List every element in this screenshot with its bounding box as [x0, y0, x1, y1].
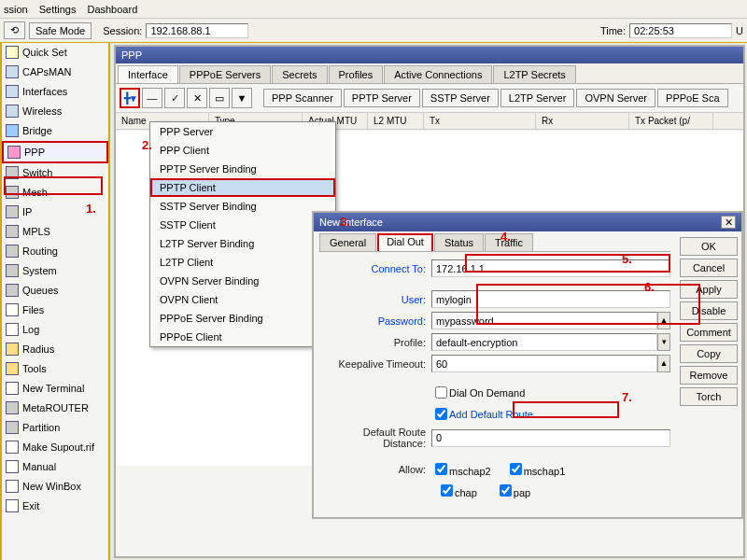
sidebar-item-ip[interactable]: IP — [2, 203, 108, 222]
sidebar-item-label: MetaROUTER — [22, 402, 89, 413]
dropdown-item-ovpn-server-binding[interactable]: OVPN Server Binding — [150, 272, 335, 290]
sidebar-item-make-supout-rif[interactable]: Make Supout.rif — [2, 438, 108, 457]
sidebar-item-capsman[interactable]: CAPsMAN — [2, 63, 108, 82]
button-pppoe-sca[interactable]: PPPoE Sca — [657, 89, 727, 107]
profile-dropdown-icon[interactable]: ▾ — [657, 333, 670, 351]
column-header[interactable]: Tx Packet (p/ — [629, 113, 713, 129]
column-header[interactable]: L2 MTU — [368, 113, 424, 129]
sidebar-item-mesh[interactable]: Mesh — [2, 183, 108, 203]
dropdown-item-ovpn-client[interactable]: OVPN Client — [150, 290, 335, 309]
filter-button[interactable]: ▼ — [232, 88, 252, 108]
sidebar-item-new-winbox[interactable]: New WinBox — [2, 477, 108, 497]
dialog-button-cancel[interactable]: Cancel — [680, 259, 738, 277]
undo-button[interactable]: ⟲ — [4, 21, 25, 39]
dropdown-item-pptp-client[interactable]: PPTP Client — [150, 178, 335, 197]
password-input[interactable] — [431, 312, 657, 329]
allow-chap[interactable]: chap — [437, 482, 477, 499]
dropdown-item-l2tp-server-binding[interactable]: L2TP Server Binding — [150, 234, 335, 253]
dropdown-item-l2tp-client[interactable]: L2TP Client — [150, 253, 335, 272]
dial-on-demand-checkbox[interactable] — [435, 386, 447, 399]
safe-mode-button[interactable]: Safe Mode — [29, 22, 92, 39]
sidebar-item-interfaces[interactable]: Interfaces — [2, 82, 108, 102]
ppp-tab-profiles[interactable]: Profiles — [329, 65, 384, 83]
dialog-button-remove[interactable]: Remove — [680, 366, 738, 385]
sidebar-icon — [6, 166, 19, 179]
sidebar-item-log[interactable]: Log — [2, 320, 108, 340]
sidebar-item-routing[interactable]: Routing — [2, 242, 108, 261]
sidebar-item-queues[interactable]: Queues — [2, 281, 108, 301]
dialog-button-torch[interactable]: Torch — [680, 387, 738, 406]
dropdown-item-pptp-server-binding[interactable]: PPTP Server Binding — [150, 160, 335, 178]
connect-to-input[interactable] — [431, 259, 670, 277]
button-l2tp-server[interactable]: L2TP Server — [500, 89, 575, 107]
sidebar-item-radius[interactable]: Radius — [2, 340, 108, 359]
dropdown-item-ppp-server[interactable]: PPP Server — [150, 122, 335, 141]
sidebar-icon — [6, 343, 19, 356]
dialog-button-apply[interactable]: Apply — [680, 280, 738, 299]
dialog-button-disable[interactable]: Disable — [680, 301, 738, 320]
dropdown-item-sstp-server-binding[interactable]: SSTP Server Binding — [150, 197, 335, 216]
dialog-button-ok[interactable]: OK — [680, 237, 738, 256]
sidebar-item-switch[interactable]: Switch — [2, 163, 108, 183]
button-ppp-scanner[interactable]: PPP Scanner — [263, 89, 342, 107]
menu-dashboard[interactable]: Dashboard — [87, 4, 137, 15]
sidebar-item-ppp[interactable]: PPP — [2, 141, 108, 163]
sidebar-item-tools[interactable]: Tools — [2, 359, 108, 379]
sidebar-item-manual[interactable]: Manual — [2, 457, 108, 477]
sidebar-item-system[interactable]: System — [2, 261, 108, 281]
ppp-tab-interface[interactable]: Interface — [118, 65, 178, 83]
dialog-tab-general[interactable]: General — [319, 233, 376, 251]
comment-button[interactable]: ▭ — [209, 88, 230, 108]
allow-mschap1[interactable]: mschap1 — [506, 460, 566, 478]
ppp-tab-l2tp-secrets[interactable]: L2TP Secrets — [493, 65, 575, 83]
add-dropdown: PPP ServerPPP ClientPPTP Server BindingP… — [149, 121, 336, 347]
keepalive-input[interactable] — [431, 355, 657, 372]
dropdown-item-pppoe-server-binding[interactable]: PPPoE Server Binding — [150, 309, 335, 328]
dialog-button-copy[interactable]: Copy — [680, 344, 738, 363]
sidebar-item-quick-set[interactable]: Quick Set — [2, 43, 108, 63]
default-route-distance-input[interactable] — [431, 429, 670, 447]
add-button[interactable]: ╋▾ — [120, 88, 140, 108]
user-input[interactable] — [431, 290, 670, 308]
menu-session[interactable]: ssion — [4, 4, 28, 15]
dialog-button-comment[interactable]: Comment — [680, 323, 738, 342]
disable-button[interactable]: ✕ — [187, 88, 207, 108]
sidebar-item-new-terminal[interactable]: New Terminal — [2, 379, 108, 399]
profile-select[interactable] — [431, 333, 657, 351]
column-header[interactable]: Rx — [536, 113, 629, 129]
button-sstp-server[interactable]: SSTP Server — [422, 89, 499, 107]
sidebar-icon — [6, 205, 19, 218]
dropdown-item-pppoe-client[interactable]: PPPoE Client — [150, 328, 335, 346]
dropdown-item-ppp-client[interactable]: PPP Client — [150, 141, 335, 160]
sidebar-item-files[interactable]: Files — [2, 301, 108, 320]
ppp-tab-secrets[interactable]: Secrets — [272, 65, 327, 83]
add-default-route-checkbox[interactable] — [435, 408, 447, 420]
sidebar-item-mpls[interactable]: MPLS — [2, 222, 108, 242]
remove-button[interactable]: — — [142, 88, 162, 108]
button-ovpn-server[interactable]: OVPN Server — [576, 89, 655, 107]
sidebar-item-bridge[interactable]: Bridge — [2, 121, 108, 141]
column-header[interactable]: Tx — [424, 113, 536, 129]
dialog-tab-status[interactable]: Status — [434, 233, 484, 251]
sidebar-item-label: Tools — [22, 363, 47, 374]
close-icon[interactable]: ✕ — [721, 216, 736, 229]
dialog-tab-traffic[interactable]: Traffic — [485, 233, 533, 251]
allow-mschap2[interactable]: mschap2 — [431, 460, 491, 478]
enable-button[interactable]: ✓ — [164, 88, 185, 108]
dropdown-item-sstp-client[interactable]: SSTP Client — [150, 216, 335, 234]
keepalive-toggle-icon[interactable]: ▲ — [657, 355, 670, 372]
profile-label: Profile: — [319, 337, 431, 348]
button-pptp-server[interactable]: PPTP Server — [344, 89, 420, 107]
menu-settings[interactable]: Settings — [39, 4, 77, 15]
sidebar-item-wireless[interactable]: Wireless — [2, 102, 108, 121]
sidebar-item-exit[interactable]: Exit — [2, 497, 108, 516]
sidebar-icon — [6, 105, 19, 118]
sidebar-item-metarouter[interactable]: MetaROUTER — [2, 399, 108, 418]
dialog-tab-dial-out[interactable]: Dial Out — [377, 233, 433, 251]
password-toggle-icon[interactable]: ▲ — [657, 312, 670, 329]
sidebar-item-partition[interactable]: Partition — [2, 418, 108, 438]
sidebar-item-label: New WinBox — [22, 481, 81, 492]
allow-pap[interactable]: pap — [496, 482, 530, 499]
ppp-tab-pppoe-servers[interactable]: PPPoE Servers — [179, 65, 271, 83]
ppp-tab-active-connections[interactable]: Active Connections — [384, 65, 492, 83]
